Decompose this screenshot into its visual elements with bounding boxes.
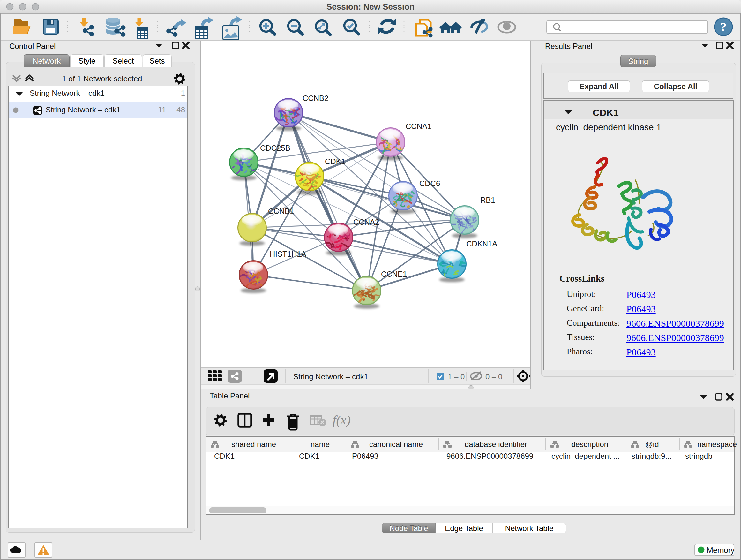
svg-text:HIST1H1A: HIST1H1A [270, 250, 307, 258]
svg-text:CDK1: CDK1 [325, 157, 345, 166]
svg-text:CCNA1: CCNA1 [406, 122, 431, 131]
svg-text:0 – 0: 0 – 0 [485, 372, 502, 381]
svg-text:CDK1: CDK1 [214, 452, 234, 460]
svg-text:CDC25B: CDC25B [260, 144, 290, 152]
svg-text:database identifier: database identifier [465, 440, 527, 449]
svg-text:CCNE1: CCNE1 [381, 270, 407, 278]
svg-text:canonical name: canonical name [369, 440, 423, 449]
svg-text:CCNB1: CCNB1 [268, 207, 294, 215]
svg-text:CDK1: CDK1 [299, 452, 320, 460]
svg-text:name: name [311, 440, 330, 449]
svg-text:P06493: P06493 [352, 452, 379, 460]
svg-text:f(x): f(x) [333, 413, 351, 427]
svg-text:CDKN1A: CDKN1A [466, 240, 497, 248]
svg-text:cyclin–dependent ...: cyclin–dependent ... [551, 452, 619, 460]
svg-text:shared name: shared name [231, 440, 276, 449]
svg-text:9606.ENSP00000378699: 9606.ENSP00000378699 [447, 452, 533, 460]
svg-text:namespace: namespace [697, 440, 737, 449]
svg-text:@id: @id [645, 440, 659, 449]
svg-text:1 – 0: 1 – 0 [448, 372, 465, 381]
svg-text:CCNB2: CCNB2 [302, 94, 328, 103]
svg-text:stringdb: stringdb [685, 452, 712, 460]
svg-text:String Network – cdk1: String Network – cdk1 [293, 372, 368, 381]
svg-text:CDC6: CDC6 [419, 179, 440, 188]
svg-text:?: ? [720, 19, 727, 34]
svg-text:RB1: RB1 [480, 196, 495, 204]
svg-text:description: description [571, 440, 608, 449]
svg-text:stringdb:9...: stringdb:9... [631, 452, 671, 460]
svg-text:CCNA2: CCNA2 [353, 218, 379, 226]
